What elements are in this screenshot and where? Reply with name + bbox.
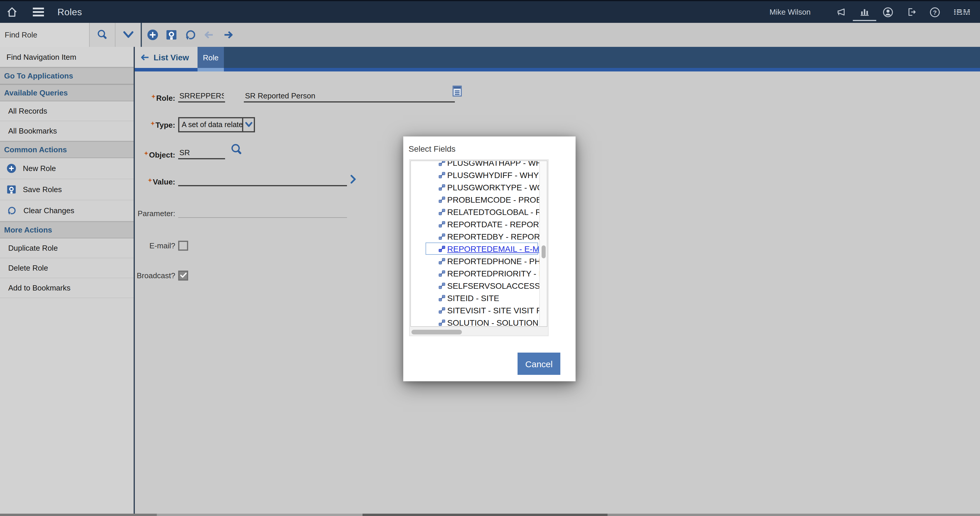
search-button[interactable]	[89, 23, 115, 47]
field-list-item[interactable]: REPORTEDPHONE - PHONE	[411, 255, 539, 267]
svg-text:?: ?	[933, 9, 937, 16]
object-input[interactable]	[178, 148, 225, 159]
new-role-icon	[6, 164, 16, 173]
sidebar-item-label: Clear Changes	[24, 206, 74, 215]
value-detail-chevron-icon[interactable]	[350, 175, 357, 184]
broadcast-field-row: Broadcast?	[135, 270, 188, 281]
sidebar-item-save-roles[interactable]: Save Roles	[0, 179, 134, 200]
type-field-row: ✦Type: A set of data related	[135, 117, 255, 132]
menu-icon[interactable]	[33, 8, 44, 16]
field-list-rows: PLUSGWHATHAPP - WHAT S PLUSGWHYDIFF - WH…	[411, 160, 539, 327]
email-checkbox[interactable]	[178, 240, 188, 250]
profile-icon[interactable]	[876, 3, 900, 21]
parameter-input[interactable]	[178, 206, 347, 218]
link-icon	[438, 245, 445, 252]
application-window: Roles Mike Wilson ? IBM	[0, 0, 980, 516]
announcements-icon[interactable]	[829, 3, 853, 21]
sidebar-item-label: New Role	[23, 164, 56, 173]
sidebar: Find Navigation Item Go To Applications …	[0, 47, 135, 514]
link-icon	[438, 184, 445, 191]
select-fields-dialog: Select Fields PLUSGWHATHAPP - WHAT S PLU…	[403, 137, 576, 381]
find-role-input[interactable]	[0, 23, 89, 47]
tab-strip	[135, 68, 980, 71]
section-more-actions: More Actions	[0, 221, 134, 238]
link-icon	[438, 196, 445, 203]
field-list-item[interactable]: PLUSGWHATHAPP - WHAT S	[411, 160, 539, 169]
sidebar-item-label: Save Roles	[23, 185, 62, 194]
parameter-label: Parameter:	[135, 209, 175, 218]
select-chevron-icon	[242, 118, 254, 131]
toolbar-actions	[142, 23, 234, 47]
link-icon	[438, 282, 445, 289]
long-description-icon[interactable]	[452, 86, 462, 97]
ibm-logo: IBM	[954, 7, 970, 17]
field-list-item[interactable]: REPORTDATE - REPORTED	[411, 218, 539, 230]
active-tab-indicator	[197, 68, 224, 71]
type-select-value: A set of data related	[179, 118, 242, 131]
clear-changes-icon[interactable]	[183, 28, 197, 41]
field-list-panel: PLUSGWHATHAPP - WHAT S PLUSGWHYDIFF - WH…	[409, 159, 549, 336]
field-list-item[interactable]: SITEID - SITE	[411, 292, 539, 304]
next-record-icon[interactable]	[221, 28, 234, 41]
previous-record-icon[interactable]	[202, 28, 216, 41]
role-input[interactable]	[178, 91, 225, 103]
sidebar-item-all-bookmarks[interactable]: All Bookmarks	[0, 121, 134, 141]
sidebar-item-clear-changes[interactable]: Clear Changes	[0, 200, 134, 221]
sidebar-item-all-records[interactable]: All Records	[0, 101, 134, 121]
broadcast-checkbox[interactable]	[178, 270, 188, 280]
field-list: PLUSGWHATHAPP - WHAT S PLUSGWHYDIFF - WH…	[410, 160, 547, 327]
type-select[interactable]: A set of data related	[178, 117, 255, 132]
sidebar-item-add-to-bookmarks[interactable]: Add to Bookmarks	[0, 278, 134, 298]
new-record-icon[interactable]	[146, 28, 159, 41]
object-field-row: ✦Object:	[135, 141, 225, 159]
broadcast-label: Broadcast?	[135, 271, 175, 279]
sidebar-item-delete-role[interactable]: Delete Role	[0, 258, 134, 278]
field-list-item[interactable]: REPORTEDBY - REPORTED	[411, 230, 539, 243]
search-options-button[interactable]	[115, 23, 141, 47]
user-name[interactable]: Mike Wilson	[770, 8, 811, 16]
back-arrow-icon	[140, 53, 150, 62]
cancel-button[interactable]: Cancel	[517, 352, 560, 375]
clear-changes-icon	[6, 205, 17, 216]
horizontal-scrollbar-thumb[interactable]	[412, 330, 462, 335]
sidebar-item-duplicate-role[interactable]: Duplicate Role	[0, 238, 134, 258]
vertical-scrollbar-thumb[interactable]	[542, 245, 546, 258]
email-label: E-mail?	[135, 241, 175, 250]
top-header: Roles Mike Wilson ? IBM	[0, 0, 980, 23]
field-list-item[interactable]: SITEVISIT - SITE VISIT REQ	[411, 304, 539, 316]
field-list-item[interactable]: SOLUTION - SOLUTION	[411, 316, 539, 327]
tab-role[interactable]: Role	[197, 47, 224, 68]
home-icon[interactable]	[6, 6, 18, 18]
link-icon	[438, 270, 445, 277]
link-icon	[438, 233, 445, 240]
link-icon	[438, 294, 445, 301]
save-roles-icon	[6, 184, 16, 194]
link-icon	[438, 319, 445, 326]
role-description-input[interactable]	[244, 91, 455, 103]
value-label: ✦Value:	[135, 178, 175, 186]
help-icon[interactable]: ?	[923, 3, 947, 21]
link-icon	[438, 257, 445, 264]
header-actions: Mike Wilson ? IBM	[770, 3, 970, 21]
object-lookup-icon[interactable]	[230, 143, 243, 156]
required-star: ✦	[150, 121, 155, 126]
role-field-row: ✦Role:	[135, 84, 455, 103]
value-input[interactable]	[178, 175, 347, 186]
required-star: ✦	[144, 151, 148, 156]
sidebar-item-new-role[interactable]: New Role	[0, 158, 134, 179]
field-list-item-selected[interactable]: REPORTEDEMAIL - E-MAIL	[411, 243, 539, 255]
reports-chart-icon[interactable]	[853, 3, 876, 21]
field-list-item[interactable]: PROBLEMCODE - PROBLEM	[411, 193, 539, 206]
list-view-label: List View	[154, 53, 189, 62]
field-list-item[interactable]: PLUSGWHYDIFF - WHY WE	[411, 169, 539, 181]
tab-bar: List View Role	[135, 47, 980, 68]
field-list-item[interactable]: PLUSGWORKTYPE - WORK T	[411, 181, 539, 193]
tab-list-view[interactable]: List View	[135, 47, 197, 68]
field-list-item[interactable]: REPORTEDPRIORITY - REP	[411, 267, 539, 279]
vertical-scrollbar[interactable]	[539, 161, 547, 326]
find-navigation-input[interactable]: Find Navigation Item	[0, 47, 134, 67]
field-list-item[interactable]: RELATEDTOGLOBAL - RELA	[411, 206, 539, 218]
field-list-item[interactable]: SELFSERVSOLACCESS - SEL	[411, 279, 539, 292]
sign-out-icon[interactable]	[900, 3, 923, 21]
save-record-icon[interactable]	[165, 28, 178, 41]
